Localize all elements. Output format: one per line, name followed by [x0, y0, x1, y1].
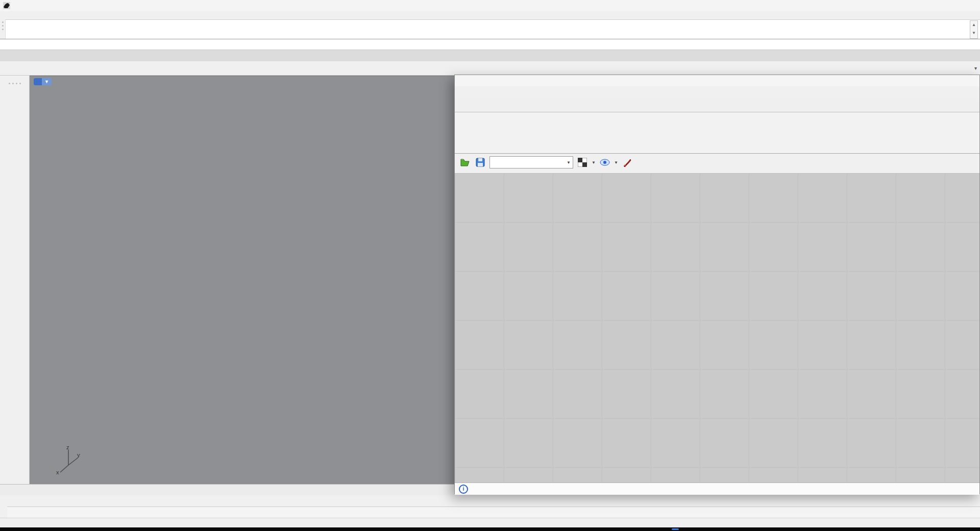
svg-text:x: x — [56, 469, 59, 475]
gh-save-icon[interactable] — [474, 156, 486, 168]
gh-eye-dropdown-icon[interactable]: ▼ — [614, 160, 618, 165]
gh-zoom-select[interactable]: ▼ — [489, 156, 573, 168]
tool-sidebar — [0, 76, 30, 484]
svg-text:z: z — [66, 445, 69, 450]
grasshopper-window: ▼ ▼ ▼ i — [454, 75, 980, 494]
cplane-axis-icon: z y x — [45, 445, 81, 475]
rhino-logo-icon — [3, 2, 11, 10]
viewport-title — [34, 78, 42, 85]
grasshopper-canvas-toolbar: ▼ ▼ ▼ — [455, 154, 979, 171]
screen: { "rhino": { "title": "Rhino 8 Commercia… — [0, 0, 980, 531]
status-bar — [0, 518, 980, 528]
toolbar-tabbar — [0, 50, 980, 62]
command-history[interactable] — [0, 19, 980, 39]
grasshopper-menubar — [455, 86, 979, 99]
command-prompt[interactable] — [0, 39, 980, 50]
gh-paintbrush-icon[interactable] — [621, 156, 633, 168]
viewport-title-tab[interactable]: ▼ — [34, 78, 52, 85]
grasshopper-titlebar[interactable] — [455, 75, 979, 86]
command-scrollbar[interactable]: ▲▼ — [970, 20, 978, 39]
viewport-tabs-row — [0, 484, 454, 495]
viewport-title-dropdown-icon: ▼ — [42, 78, 52, 85]
grasshopper-ribbon — [455, 112, 979, 154]
grasshopper-statusbar: i — [455, 482, 979, 495]
gh-preview-dropdown-icon[interactable]: ▼ — [592, 160, 596, 165]
maximize-button[interactable] — [933, 0, 957, 11]
gh-preview-checker-icon[interactable] — [576, 156, 589, 168]
taskbar-strip — [0, 527, 980, 531]
toolbar-overflow-chevron[interactable]: ▾ — [974, 65, 977, 71]
rhino-menubar — [0, 11, 980, 19]
gh-info-icon: i — [459, 485, 468, 494]
osnap-options-row — [7, 506, 980, 518]
gh-open-icon[interactable] — [459, 156, 471, 168]
toolbar-iconbar: ▾ — [0, 61, 980, 76]
taskbar-indicator — [672, 528, 679, 530]
svg-text:y: y — [77, 452, 80, 458]
osnap-panel-strip[interactable] — [0, 486, 7, 517]
grasshopper-canvas[interactable] — [455, 173, 979, 482]
minimize-button[interactable] — [910, 0, 933, 11]
close-button[interactable] — [957, 0, 980, 11]
grasshopper-tabbar — [455, 99, 979, 112]
rhino-titlebar — [0, 0, 980, 12]
gh-eye-icon[interactable] — [599, 156, 611, 168]
